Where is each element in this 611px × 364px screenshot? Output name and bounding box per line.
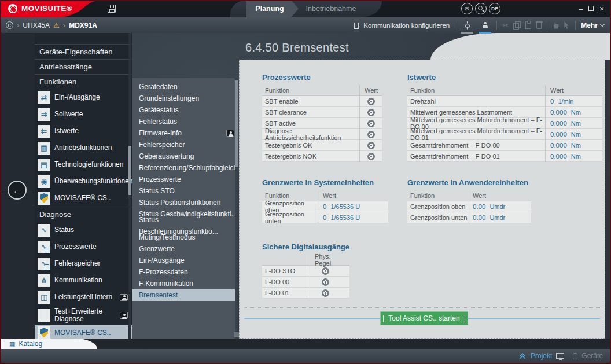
search-icon[interactable] <box>475 3 487 14</box>
value: 0 <box>323 214 326 221</box>
brand-title: MOVISUITE® <box>21 0 72 17</box>
more-menu-button[interactable]: Mehr <box>581 21 604 30</box>
sidebar-section-header-funktionen[interactable]: Funktionen <box>35 74 132 89</box>
tool-assist-start-button[interactable]: Tool Assist CS.. starten <box>380 311 468 325</box>
subnav-item[interactable]: Referenzierung/Schlupfabgleich <box>132 162 238 174</box>
value: 0.00 <box>473 214 485 221</box>
breadcrumb-device-parent[interactable]: UHX45A <box>23 21 50 30</box>
title-bar: MOVISUITE® Planung Inbetriebnahme ✉ DE –… <box>0 0 611 17</box>
tab-inbetriebnahme[interactable]: Inbetriebnahme <box>302 0 360 17</box>
copy-icon[interactable] <box>513 21 520 29</box>
sidebar-item[interactable]: Test+Erweiterte Diagnose <box>35 306 132 325</box>
sidebar-item-icon: ∿ <box>38 241 50 253</box>
language-badge[interactable]: DE <box>489 3 500 14</box>
connection-mode-icon[interactable] <box>461 19 473 32</box>
sidebar-item[interactable]: ◉ Überwachungsfunktionen <box>35 173 132 190</box>
column-header-wert: Wert <box>545 85 602 95</box>
sidebar-item[interactable]: MOVISAFE® CS.. <box>35 190 132 207</box>
unit: Nm <box>571 109 581 116</box>
sidebar-item[interactable]: ▦ Antriebsfunktionen <box>35 139 132 156</box>
subnav-item[interactable]: Fehlerspeicher <box>132 139 238 150</box>
maximize-button[interactable] <box>586 0 597 17</box>
unit: Nm <box>571 153 581 160</box>
subnav-item[interactable]: Fehlerstatus <box>132 116 238 127</box>
configure-communication-button[interactable]: Kommunikation konfigurieren <box>352 22 450 29</box>
pan-hand-icon[interactable] <box>553 22 559 29</box>
sidebar-item-icon: ⇇ <box>38 125 50 138</box>
table-row: Grenzposition oben 0.00 Umdr <box>407 201 531 212</box>
sidebar-item-icon: ⇄ <box>38 91 50 104</box>
project-root-icon[interactable] <box>6 21 13 29</box>
bremsentest-panel: Prozesswerte Funktion Wert SBT enable <box>239 60 605 339</box>
sidebar-item-icon: ◫ <box>38 291 50 304</box>
subnav-scrollbar[interactable] <box>235 78 238 339</box>
status-led-icon <box>367 131 375 138</box>
subnav-item[interactable]: Status Positionsfunktionen <box>132 197 238 208</box>
delete-icon[interactable] <box>536 23 542 29</box>
feedback-mail-icon[interactable]: ✉ <box>461 3 473 14</box>
sidebar-item[interactable]: ⇄ Ein-/Ausgänge <box>35 89 132 106</box>
movisuite-window: MOVISUITE® Planung Inbetriebnahme ✉ DE –… <box>0 0 611 364</box>
value: 0.000 <box>550 153 567 160</box>
tab-planung[interactable]: Planung <box>246 0 299 17</box>
primary-sidebar: Geräte-Eigenschaften Antriebsstränge Fun… <box>35 33 132 339</box>
sidebar-section-header[interactable]: Antriebsstränge <box>35 59 132 74</box>
sidebar-item[interactable]: ⇇ Istwerte <box>35 123 132 139</box>
movisuite-logo-icon <box>8 4 17 13</box>
sidebar-item[interactable]: ∿ Prozesswerte <box>35 238 132 255</box>
column-header-empty <box>262 255 310 265</box>
value: 0.000 <box>550 120 567 127</box>
subnav-item[interactable]: Gerätedaten <box>132 81 238 93</box>
secondary-sidebar: Gerätedaten Grundeinstellungen Gerätesta… <box>132 78 238 339</box>
subnav-item[interactable]: Firmware-Info <box>132 127 238 139</box>
sidebar-item-icon <box>38 326 50 339</box>
status-bar: Projekt Geräte <box>0 349 611 363</box>
sidebar-item-icon <box>38 192 50 205</box>
subnav-item[interactable]: Bremsentest <box>132 289 238 301</box>
sidebar-item[interactable]: ⋔ Kommunikation <box>35 272 132 289</box>
scrollbar-thumb[interactable] <box>128 146 131 195</box>
sidebar-scrollbar[interactable] <box>128 33 131 339</box>
monitor-icon[interactable] <box>556 353 564 359</box>
geraete-toggle[interactable]: Geräte <box>581 352 603 360</box>
scrollbar-thumb[interactable] <box>235 80 238 167</box>
subnav-item[interactable]: Prozesswerte <box>132 174 238 185</box>
collapse-sidebar-button[interactable]: ← <box>8 181 27 200</box>
save-icon[interactable] <box>108 5 116 13</box>
expand-up-double-chevron-icon[interactable] <box>518 353 527 359</box>
unit: 1/65536 U <box>330 214 360 221</box>
sidebar-section-header-diagnose[interactable]: Diagnose <box>35 207 132 222</box>
katalog-icon: ▦ <box>9 341 15 347</box>
sidebar-item[interactable]: ∿ Fehlerspeicher <box>35 255 132 272</box>
select-cursor-icon[interactable] <box>564 21 570 29</box>
projekt-toggle[interactable]: Projekt <box>531 352 552 360</box>
sidebar-section-header[interactable]: Geräte-Eigenschaften <box>35 44 132 59</box>
sidebar-item[interactable]: ◫ Leistungsteil intern <box>35 289 132 306</box>
sidebar-item[interactable]: ▤ Technologiefunktionen <box>35 156 132 173</box>
subnav-item[interactable]: Gerätestatus <box>132 104 238 116</box>
subnav-item[interactable]: Ein-/Ausgänge <box>132 255 238 266</box>
subnav-item[interactable]: Status Beschleunigungsfunktio... <box>132 220 238 231</box>
status-led-icon <box>367 120 375 127</box>
subnav-item[interactable]: Status STO <box>132 185 238 197</box>
minimize-button[interactable]: – <box>576 0 586 17</box>
table-header: Funktion Wert <box>262 85 382 96</box>
scrollbar-down-arrow[interactable] <box>234 332 239 337</box>
subnav-item[interactable]: Geberauswertung <box>132 150 238 162</box>
sidebar-item[interactable]: ⇉ Sollwerte <box>35 106 132 123</box>
subnav-item[interactable]: F-Prozessdaten <box>132 266 238 278</box>
sidebar-item[interactable]: ∿ Status <box>35 222 132 238</box>
left-rail: ← <box>0 33 35 339</box>
subnav-item[interactable]: Grenzwerte <box>132 243 238 255</box>
table-header: Funktion Wert <box>407 190 531 201</box>
cut-icon[interactable]: ✂ <box>502 22 508 29</box>
subnav-item[interactable]: F-Kommunikation <box>132 278 238 289</box>
paste-icon[interactable] <box>525 21 531 29</box>
toolbar-divider <box>575 21 576 30</box>
expert-badge-icon <box>120 312 128 319</box>
katalog-tab[interactable]: ▦ Katalog <box>0 339 98 349</box>
close-button[interactable]: × <box>597 0 607 17</box>
breadcrumb-device-child[interactable]: MDX91A <box>69 21 97 30</box>
subnav-item[interactable]: Grundeinstellungen <box>132 93 238 104</box>
network-scan-icon[interactable] <box>479 19 491 32</box>
